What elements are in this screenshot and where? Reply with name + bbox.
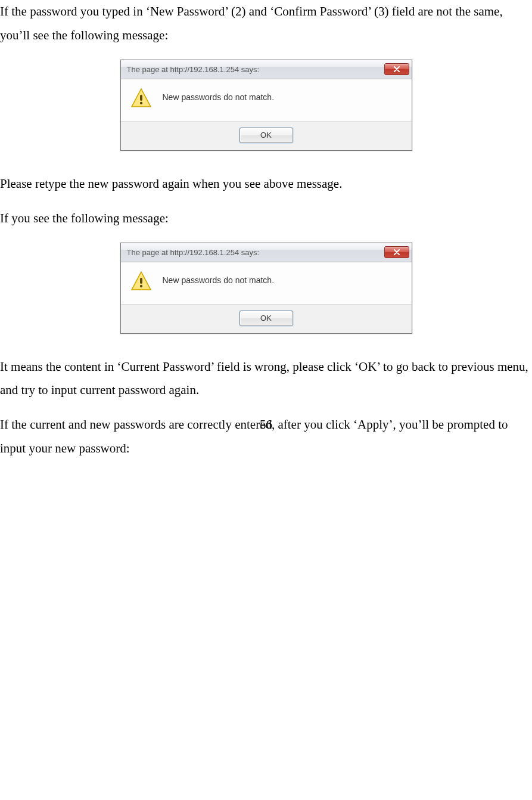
dialog-container: The page at http://192.168.1.254 says: bbox=[0, 60, 532, 151]
ok-button[interactable]: OK bbox=[239, 311, 293, 326]
dialog-footer: OK bbox=[121, 121, 412, 150]
close-icon bbox=[393, 66, 400, 72]
dialog-body: New passwords do not match. bbox=[121, 79, 412, 121]
svg-rect-2 bbox=[140, 95, 142, 101]
dialog-message: New passwords do not match. bbox=[163, 273, 406, 285]
warning-icon bbox=[130, 88, 152, 109]
svg-point-3 bbox=[139, 102, 142, 104]
dialog-titlebar: The page at http://192.168.1.254 says: bbox=[121, 243, 412, 262]
svg-rect-6 bbox=[140, 278, 142, 284]
close-button[interactable] bbox=[384, 63, 409, 75]
svg-point-7 bbox=[139, 284, 142, 287]
dialog-title: The page at http://192.168.1.254 says: bbox=[127, 65, 384, 74]
dialog-titlebar: The page at http://192.168.1.254 says: bbox=[121, 60, 412, 79]
dialog-footer: OK bbox=[121, 304, 412, 333]
warning-icon bbox=[130, 271, 152, 292]
dialog-body: New passwords do not match. bbox=[121, 262, 412, 304]
paragraph: If the password you typed in ‘New Passwo… bbox=[0, 0, 532, 48]
ok-button[interactable]: OK bbox=[239, 128, 293, 143]
dialog-title: The page at http://192.168.1.254 says: bbox=[127, 248, 384, 257]
paragraph: If you see the following message: bbox=[0, 207, 532, 231]
close-button[interactable] bbox=[384, 246, 409, 258]
alert-dialog: The page at http://192.168.1.254 says: bbox=[120, 60, 412, 151]
page-number: 56 bbox=[0, 413, 532, 437]
dialog-message: New passwords do not match. bbox=[163, 90, 406, 102]
alert-dialog: The page at http://192.168.1.254 says: bbox=[120, 243, 412, 334]
paragraph: Please retype the new password again whe… bbox=[0, 172, 532, 196]
dialog-container: The page at http://192.168.1.254 says: bbox=[0, 243, 532, 334]
paragraph: It means the content in ‘Current Passwor… bbox=[0, 355, 532, 403]
close-icon bbox=[393, 249, 400, 255]
